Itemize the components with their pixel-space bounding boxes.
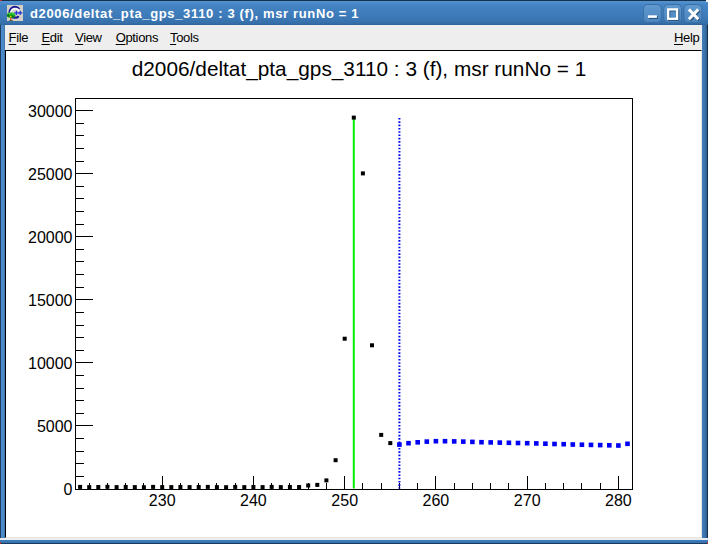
svg-text:10000: 10000 — [28, 355, 73, 372]
svg-text:20000: 20000 — [28, 229, 73, 246]
svg-text:d2006/deltat_pta_gps_3110 : 3: d2006/deltat_pta_gps_3110 : 3 (f), msr r… — [132, 57, 587, 81]
svg-text:5000: 5000 — [37, 418, 73, 435]
svg-text:260: 260 — [423, 492, 450, 509]
svg-text:25000: 25000 — [28, 166, 73, 183]
svg-text:270: 270 — [514, 492, 541, 509]
svg-text:250: 250 — [331, 492, 358, 509]
svg-text:240: 240 — [240, 492, 267, 509]
svg-text:230: 230 — [149, 492, 176, 509]
svg-text:15000: 15000 — [28, 292, 73, 309]
svg-text:30000: 30000 — [28, 103, 73, 120]
svg-text:280: 280 — [605, 492, 632, 509]
svg-text:0: 0 — [64, 481, 73, 498]
